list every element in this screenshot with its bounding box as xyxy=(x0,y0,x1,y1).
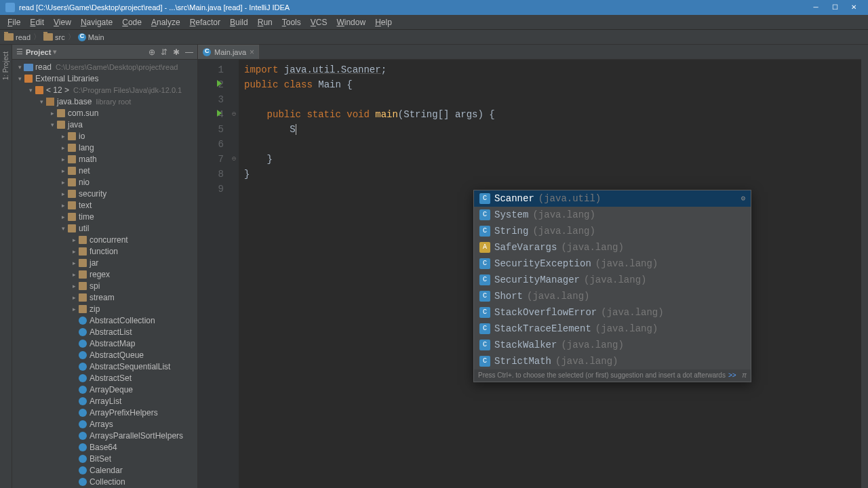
editor-tab[interactable]: Main.java× xyxy=(198,45,259,59)
tree-row[interactable]: ▸jar xyxy=(12,257,197,268)
tree-row[interactable]: ArrayList xyxy=(12,395,197,407)
tree-row[interactable]: ▸concurrent xyxy=(12,234,197,245)
menu-help[interactable]: Help xyxy=(370,16,397,28)
maximize-button[interactable]: ☐ xyxy=(826,1,844,14)
tree-row[interactable]: ArrayPrefixHelpers xyxy=(12,407,197,418)
line-number[interactable]: 5 xyxy=(198,122,224,137)
expand-chevron-icon[interactable]: ▾ xyxy=(16,64,23,70)
expand-chevron-icon[interactable]: ▸ xyxy=(71,248,77,255)
tree-row[interactable]: ▸regex xyxy=(12,268,197,280)
editor[interactable]: 123456789 ⊖⊖ import java.util.Scanner;pu… xyxy=(198,60,861,488)
tree-row[interactable]: AbstractCollection xyxy=(12,314,197,326)
expand-chevron-icon[interactable]: ▸ xyxy=(60,156,66,163)
expand-chevron-icon[interactable]: ▸ xyxy=(71,294,77,301)
expand-chevron-icon[interactable]: ▸ xyxy=(60,179,66,186)
autocomplete-item[interactable]: CShort(java.lang) xyxy=(474,288,751,304)
expand-chevron-icon[interactable]: ▸ xyxy=(60,214,66,220)
breadcrumb-item[interactable]: read xyxy=(4,33,31,41)
line-number[interactable]: 6 xyxy=(198,137,224,152)
tree-row[interactable]: ▸zip xyxy=(12,303,197,314)
code-area[interactable]: import java.util.Scanner;public class Ma… xyxy=(239,60,495,488)
menu-navigate[interactable]: Navigate xyxy=(76,16,117,28)
autocomplete-item[interactable]: CStrictMath(java.lang) xyxy=(474,353,751,369)
run-gutter-icon[interactable] xyxy=(217,80,222,87)
tree-row[interactable]: ▸time xyxy=(12,211,197,222)
expand-chevron-icon[interactable]: ▾ xyxy=(38,98,45,105)
autocomplete-item[interactable]: ASafeVarargs(java.lang) xyxy=(474,239,751,256)
expand-chevron-icon[interactable]: ▸ xyxy=(60,190,66,197)
menu-run[interactable]: Run xyxy=(253,16,277,28)
tree-row[interactable]: AbstractSequentialList xyxy=(12,361,197,372)
tree-row[interactable]: ▾< 12 >C:\Program Files\Java\jdk-12.0.1 xyxy=(12,84,197,96)
expand-chevron-icon[interactable]: ▸ xyxy=(49,110,56,117)
close-button[interactable]: ✕ xyxy=(845,1,863,14)
code-line[interactable] xyxy=(244,182,495,197)
tree-row[interactable]: ArraysParallelSortHelpers xyxy=(12,430,197,441)
expand-chevron-icon[interactable]: ▸ xyxy=(60,133,66,140)
expand-chevron-icon[interactable]: ▾ xyxy=(49,121,56,128)
tree-row[interactable]: AbstractQueue xyxy=(12,349,197,361)
tree-row[interactable]: Calendar xyxy=(12,464,197,476)
project-tree[interactable]: ▾readC:\Users\Game\Desktop\project\read▾… xyxy=(12,60,197,488)
autocomplete-item[interactable]: CSystem(java.lang) xyxy=(474,207,751,223)
autocomplete-item[interactable]: CStackOverflowError(java.lang) xyxy=(474,304,751,321)
code-line[interactable]: } xyxy=(244,152,495,167)
fold-gutter[interactable]: ⊖⊖ xyxy=(229,60,239,488)
breadcrumb-item[interactable]: Main xyxy=(78,33,104,41)
menu-edit[interactable]: Edit xyxy=(25,16,49,28)
line-number[interactable]: 3 xyxy=(198,92,224,107)
tree-row[interactable]: ▸net xyxy=(12,165,197,176)
line-number[interactable]: 7 xyxy=(198,152,224,167)
expand-chevron-icon[interactable]: ▾ xyxy=(27,87,34,94)
panel-dropdown-chevron-icon[interactable]: ▾ xyxy=(53,47,57,56)
tree-row[interactable]: ▸security xyxy=(12,188,197,199)
line-number[interactable]: 9 xyxy=(198,182,224,197)
expand-chevron-icon[interactable]: ▾ xyxy=(16,75,23,82)
fold-marker-icon[interactable]: ⊖ xyxy=(229,152,239,167)
code-line[interactable]: public class Main { xyxy=(244,77,495,92)
locate-icon[interactable]: ⊕ xyxy=(149,47,155,57)
tree-row[interactable]: AbstractSet xyxy=(12,372,197,384)
breadcrumb-item[interactable]: src xyxy=(43,33,65,41)
tree-row[interactable]: ▸math xyxy=(12,153,197,165)
line-gutter[interactable]: 123456789 xyxy=(198,60,229,488)
project-tool-tab[interactable]: 1: Project xyxy=(2,52,9,80)
code-line[interactable] xyxy=(244,137,495,152)
panel-dropdown-icon[interactable]: ☰ xyxy=(16,47,23,56)
expand-chevron-icon[interactable]: ▸ xyxy=(71,260,77,266)
expand-chevron-icon[interactable]: ▸ xyxy=(71,271,77,278)
run-gutter-icon[interactable] xyxy=(217,110,222,117)
menu-vcs[interactable]: VCS xyxy=(306,16,332,28)
tree-row[interactable]: ▾External Libraries xyxy=(12,73,197,84)
tree-row[interactable]: ▸function xyxy=(12,245,197,257)
menu-analyze[interactable]: Analyze xyxy=(146,16,185,28)
tree-row[interactable]: ▾readC:\Users\Game\Desktop\project\read xyxy=(12,61,197,73)
menu-view[interactable]: View xyxy=(49,16,76,28)
autocomplete-item[interactable]: CScanner(java.util)⚙ xyxy=(474,190,751,207)
autocomplete-item[interactable]: CStackWalker(java.lang) xyxy=(474,337,751,353)
pin-icon[interactable]: ⚙ xyxy=(741,191,745,206)
autocomplete-hint-link[interactable]: >> xyxy=(728,368,736,383)
tree-row[interactable]: ▾java.baselibrary root xyxy=(12,96,197,107)
menu-code[interactable]: Code xyxy=(117,16,146,28)
autocomplete-item[interactable]: CString(java.lang) xyxy=(474,223,751,239)
code-line[interactable] xyxy=(244,92,495,107)
tree-row[interactable]: AbstractMap xyxy=(12,338,197,349)
autocomplete-item[interactable]: CStackTraceElement(java.lang) xyxy=(474,321,751,337)
autocomplete-item[interactable]: CSecurityException(java.lang) xyxy=(474,256,751,272)
tree-row[interactable]: ▸spi xyxy=(12,280,197,291)
code-line[interactable]: } xyxy=(244,167,495,182)
line-number[interactable]: 2 xyxy=(198,77,224,92)
code-line[interactable]: public static void main(String[] args) { xyxy=(244,107,495,122)
code-line[interactable]: import java.util.Scanner; xyxy=(244,62,495,77)
tree-row[interactable]: ▸com.sun xyxy=(12,107,197,119)
tree-row[interactable]: AbstractList xyxy=(12,326,197,338)
hide-icon[interactable]: — xyxy=(185,47,193,57)
tree-row[interactable]: Collection xyxy=(12,476,197,487)
expand-chevron-icon[interactable]: ▸ xyxy=(60,167,66,174)
autocomplete-popup[interactable]: CScanner(java.util)⚙CSystem(java.lang)CS… xyxy=(473,190,751,382)
minimize-button[interactable]: ─ xyxy=(807,1,825,14)
expand-chevron-icon[interactable]: ▸ xyxy=(71,283,77,289)
menu-window[interactable]: Window xyxy=(332,16,370,28)
settings-icon[interactable]: ✱ xyxy=(173,47,180,57)
